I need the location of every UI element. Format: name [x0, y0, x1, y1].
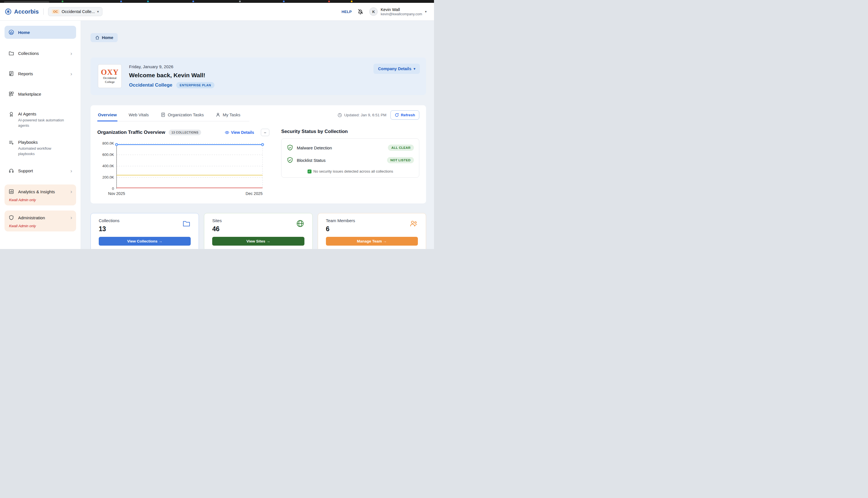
org-logo: OXY Occidental College	[98, 64, 122, 88]
manage-team-button[interactable]: Manage Team →	[326, 237, 418, 246]
user-menu[interactable]: K Kevin Wall kevin@kwallcompany.com ▾	[369, 8, 426, 16]
status-badge: ALL CLEAR	[388, 145, 414, 151]
view-sites-button[interactable]: View Sites →	[212, 237, 304, 246]
company-details-label: Company Details	[378, 66, 411, 71]
traffic-panel: Organization Traffic Overview 13 COLLECT…	[97, 129, 269, 197]
team-icon	[409, 219, 418, 228]
svg-text:600.0K: 600.0K	[102, 153, 114, 157]
security-row-blocklist: Blocklist Status NOT LISTED	[287, 154, 414, 166]
breadcrumb[interactable]: Home	[91, 33, 118, 42]
sidebar-item-ai-agents[interactable]: AI Agents AI-powered task automation age…	[4, 108, 76, 132]
sidebar-item-analytics-insights[interactable]: Analytics & Insights › Kwall Admin only	[4, 184, 76, 206]
brand-name: Accorbis	[14, 9, 39, 15]
chevron-right-icon: ›	[70, 51, 72, 56]
notifications-muted-icon[interactable]	[357, 9, 364, 15]
favicon-dot	[328, 1, 330, 2]
tab-organization-tasks[interactable]: Organization Tasks	[160, 110, 204, 121]
collapse-button[interactable]: −	[261, 129, 269, 136]
chevron-right-icon: ›	[70, 188, 72, 195]
grid-icon	[9, 91, 14, 97]
avatar: K	[369, 8, 378, 16]
sidebar-item-home[interactable]: Home	[4, 26, 76, 39]
security-panel: Security Status by Collection Malware De…	[281, 129, 419, 197]
tab-my-tasks[interactable]: My Tasks	[215, 110, 241, 121]
sidebar-item-marketplace[interactable]: Marketplace	[4, 88, 76, 101]
person-icon	[215, 112, 220, 117]
sidebar-item-label: Playbooks	[18, 140, 68, 145]
main-content: Home OXY Occidental College Friday, Janu…	[81, 21, 434, 249]
svg-text:400.0K: 400.0K	[102, 164, 114, 168]
chevron-right-icon: ›	[70, 71, 72, 76]
favicon-dot	[62, 1, 63, 2]
sidebar-item-label: Collections	[18, 51, 39, 56]
svg-text:200.0K: 200.0K	[102, 175, 114, 179]
check-icon: ✓	[307, 170, 312, 173]
tab-strip: Overview Web Vitals Organization Tasks	[97, 110, 249, 121]
company-details-button[interactable]: Company Details ▾	[373, 64, 420, 74]
brand-logo[interactable]: Accorbis	[4, 8, 39, 15]
stat-value: 46	[212, 225, 222, 233]
sidebar-item-label: Analytics & Insights	[18, 189, 55, 194]
org-switcher-label: Occidental Colle...	[62, 9, 95, 14]
sidebar: Home Collections › Reports ›	[0, 21, 81, 249]
traffic-title: Organization Traffic Overview	[97, 130, 165, 135]
sidebar-item-label: AI Agents	[18, 112, 68, 116]
org-logo-abbr: OXY	[101, 68, 119, 76]
sidebar-item-support[interactable]: Support ›	[4, 164, 76, 177]
sidebar-item-playbooks[interactable]: Playbooks Automated workflow playbooks	[4, 136, 76, 160]
sidebar-item-reports[interactable]: Reports ›	[4, 67, 76, 80]
org-logo-line: College	[105, 80, 115, 84]
updated-label: Updated: Jan 9, 6:51 PM	[344, 113, 386, 117]
browser-active-tab	[4, 1, 49, 3]
chevron-right-icon: ›	[70, 214, 72, 221]
admin-only-note: Kwall Admin only	[9, 224, 72, 228]
folder-icon	[182, 219, 191, 228]
app-window: Accorbis OC Occidental Colle... ▾ HELP K…	[0, 0, 434, 249]
security-footer-text: No security issues detected across all c…	[314, 169, 393, 173]
favicon-dot	[351, 1, 353, 2]
org-name-link[interactable]: Occidental College	[129, 82, 172, 88]
admin-only-note: Kwall Admin only	[9, 198, 72, 202]
chevron-down-icon: ▾	[97, 10, 99, 13]
clock-icon	[338, 113, 342, 117]
favicon-dot	[147, 1, 149, 2]
svg-text:Dec 2025: Dec 2025	[246, 191, 263, 196]
stat-value: 13	[99, 225, 119, 233]
sidebar-item-administration[interactable]: Administration › Kwall Admin only	[4, 210, 76, 232]
app-header: Accorbis OC Occidental Colle... ▾ HELP K…	[0, 3, 434, 21]
sidebar-item-label: Reports	[18, 71, 33, 76]
stat-card-sites: Sites 46 View Sites →	[204, 213, 312, 249]
refresh-button[interactable]: Refresh	[391, 110, 419, 120]
tab-label: My Tasks	[223, 112, 240, 117]
org-abbr-badge: OC	[52, 9, 60, 14]
tab-web-vitals[interactable]: Web Vitals	[128, 110, 149, 121]
org-logo-line: Occidental	[103, 76, 117, 80]
favicon-dot	[120, 1, 122, 2]
view-details-link[interactable]: View Details	[225, 130, 254, 135]
help-link[interactable]: HELP	[341, 10, 352, 14]
refresh-label: Refresh	[401, 113, 415, 117]
browser-tab-strip	[0, 0, 434, 3]
svg-text:0: 0	[112, 186, 114, 191]
sidebar-item-label: Support	[18, 168, 33, 173]
security-row-label: Blocklist Status	[297, 158, 326, 163]
accorbis-logo-icon	[4, 8, 12, 15]
tab-overview[interactable]: Overview	[97, 110, 117, 121]
security-footer: ✓ No security issues detected across all…	[287, 169, 414, 173]
folder-icon	[9, 50, 14, 56]
stat-card-team: Team Members 6 Manage Team →	[318, 213, 426, 249]
shield-check-icon	[287, 157, 293, 163]
tab-label: Web Vitals	[129, 112, 149, 117]
view-collections-button[interactable]: View Collections →	[99, 237, 191, 246]
headphones-icon	[9, 168, 14, 173]
breadcrumb-label: Home	[102, 35, 113, 40]
ai-agent-icon	[9, 112, 14, 117]
dashboard-card: Overview Web Vitals Organization Tasks	[91, 105, 426, 204]
chevron-down-icon: ▾	[413, 67, 415, 70]
security-row-label: Malware Detection	[297, 145, 332, 150]
welcome-card: OXY Occidental College Friday, January 9…	[91, 57, 426, 95]
sidebar-item-collections[interactable]: Collections ›	[4, 47, 76, 60]
security-title: Security Status by Collection	[281, 129, 419, 134]
welcome-date: Friday, January 9, 2026	[129, 64, 214, 69]
org-switcher-dropdown[interactable]: OC Occidental Colle... ▾	[48, 7, 102, 16]
